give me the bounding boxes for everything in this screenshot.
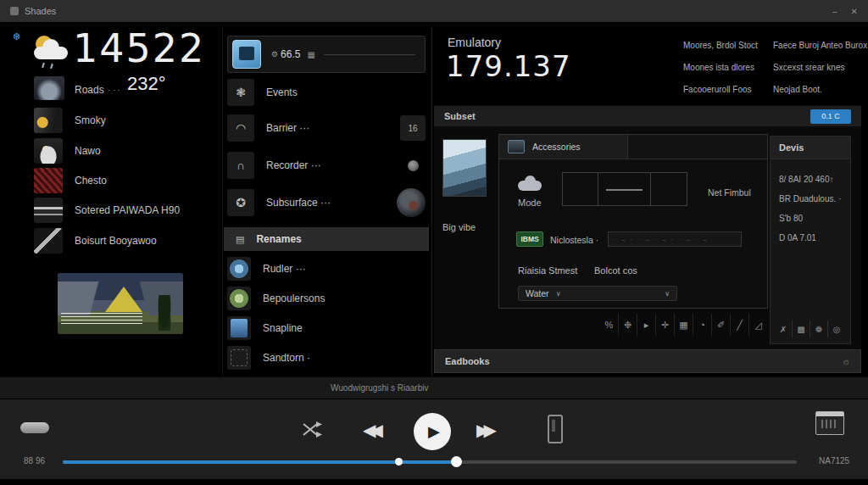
- list-item[interactable]: Smoky: [34, 107, 215, 134]
- field-label: Niclostesla ·: [550, 235, 598, 245]
- water-select[interactable]: Water ∨ ∨: [518, 286, 677, 301]
- details-line: S'b 80: [779, 209, 842, 228]
- eadbooks-header-bar[interactable]: Eadbooks ☼: [434, 349, 861, 373]
- mode-segmented-control[interactable]: [562, 172, 687, 206]
- landscape-photo[interactable]: [58, 273, 183, 334]
- segment-option-selected[interactable]: [598, 173, 650, 205]
- subset-action-button[interactable]: 0.1 C: [810, 109, 851, 124]
- links-grid: Moores, Brdol Stoct Faece Buroj Anteo Bu…: [683, 41, 863, 94]
- snapline-icon: [231, 319, 248, 337]
- list-item-label: Nawo: [75, 145, 101, 157]
- list-item[interactable]: ✪ Subsurface ···: [227, 188, 426, 217]
- text-input[interactable]: · – · · – · – · · – · –: [608, 231, 742, 247]
- segment-option[interactable]: [563, 173, 598, 205]
- mode-label: Mode: [518, 198, 542, 208]
- divider-line: [324, 54, 415, 55]
- list-item-thumbnail: [34, 168, 63, 193]
- selected-item-value: 66.5: [281, 48, 300, 60]
- forward-button[interactable]: ▶▶: [476, 420, 491, 440]
- list-item[interactable]: Nawo: [34, 137, 215, 164]
- list-item[interactable]: Snapline: [227, 315, 426, 341]
- list-icon: ▤: [236, 234, 244, 245]
- list-item-label: Barrier ···: [266, 122, 309, 134]
- window-controls: – ✕: [832, 7, 858, 16]
- chart-button[interactable]: ◿: [748, 314, 767, 336]
- barrier-icon: ◠: [236, 121, 246, 135]
- flower-button[interactable]: ❉: [618, 314, 637, 336]
- list-item-thumbnail: [34, 228, 63, 254]
- list-item[interactable]: Chesto: [34, 167, 215, 194]
- close-button-small[interactable]: ✗: [775, 321, 792, 337]
- rudler-icon: [230, 259, 248, 278]
- link[interactable]: Neojad Boot.: [773, 85, 868, 94]
- pencil-button[interactable]: ✐: [711, 314, 730, 336]
- grid-button-small[interactable]: ▩: [792, 321, 810, 337]
- selected-list-item[interactable]: ⚙ 66.5 ▦: [227, 36, 426, 73]
- clock-value: 14522: [73, 25, 205, 71]
- close-button[interactable]: ✕: [851, 7, 858, 16]
- pill-icon[interactable]: [20, 422, 49, 433]
- big-counter-value: 179.137: [446, 49, 571, 83]
- roads-thumbnail[interactable]: [34, 76, 64, 100]
- status-dot-icon: [408, 160, 419, 171]
- progress-marker[interactable]: [395, 458, 403, 465]
- list-item-thumbnail: [34, 108, 63, 133]
- events-icon: ❃: [236, 86, 246, 99]
- section-header-renames[interactable]: ▤ Renames: [224, 227, 429, 251]
- list-item[interactable]: Rudler ···: [227, 256, 426, 282]
- list-item[interactable]: ❃ Events: [227, 78, 426, 107]
- play-icon: ▶: [428, 422, 440, 441]
- segment-option[interactable]: [651, 173, 687, 205]
- link[interactable]: Faece Buroj Anteo Burox: [773, 41, 868, 50]
- progress-track[interactable]: [63, 460, 797, 464]
- list-item[interactable]: ◠ Barrier ··· 16: [227, 114, 426, 142]
- circle-button-small[interactable]: ◎: [827, 321, 845, 337]
- bluetooth-icon: ❆: [13, 31, 20, 42]
- grid-icon: ▦: [679, 320, 687, 331]
- bottom-edge: [0, 479, 868, 485]
- shuffle-button[interactable]: [302, 421, 322, 438]
- progress-handle[interactable]: [451, 456, 462, 467]
- list-item-label: Sotered PAIWADA H90: [75, 204, 180, 216]
- clock-button[interactable]: ◔: [693, 314, 711, 336]
- list-item[interactable]: ∩ Recorder ···: [227, 151, 426, 180]
- play-icon: ▸: [644, 320, 649, 331]
- app-window: Shades – ✕ ❆ 14522 Roads ··· 232° Smoky …: [0, 0, 868, 485]
- tab-accessories[interactable]: Accessories: [499, 135, 628, 159]
- plus-button[interactable]: ✛: [655, 314, 674, 336]
- link[interactable]: Sxcexst srear knes: [773, 63, 868, 72]
- dialog-body: Mode Net Fimbul IBMS Niclostesla · · – ·…: [499, 159, 767, 308]
- link[interactable]: Facooeruroll Foos: [683, 85, 768, 94]
- eadbooks-title: Eadbooks: [445, 356, 490, 366]
- rewind-button[interactable]: ◀◀: [363, 420, 377, 440]
- grid-button[interactable]: ▦: [674, 314, 693, 336]
- details-panel: Devis 8/ 8AI 20 460↑ BR Duadulous. · S'b…: [770, 136, 851, 344]
- minimize-button[interactable]: –: [832, 7, 837, 16]
- status-bar: Wuodwigrugshi s Riaarbiv: [0, 376, 868, 399]
- play-button-small[interactable]: ▸: [637, 314, 655, 336]
- percent-icon: %: [605, 320, 614, 330]
- flower-icon: ❁: [815, 325, 822, 334]
- tree-art: [158, 295, 171, 331]
- list-item[interactable]: Sotered PAIWADA H90: [34, 197, 215, 224]
- list-item[interactable]: Bepoulersons: [227, 286, 426, 311]
- link[interactable]: Moores, Brdol Stoct: [683, 41, 768, 50]
- list-item[interactable]: Boisurt Booyawoo: [34, 227, 215, 254]
- list-item-thumbnail: [34, 138, 63, 164]
- water-streaks-art: [61, 313, 142, 324]
- queue-icon[interactable]: [548, 415, 563, 443]
- cloud-icon: [34, 47, 68, 59]
- slash-button[interactable]: ╱: [730, 314, 748, 336]
- subset-content-area: Big vibe Accessories Mode Net Fimb: [434, 127, 861, 349]
- display-button[interactable]: [815, 411, 844, 435]
- preview-thumbnail[interactable]: [442, 139, 487, 197]
- list-item[interactable]: Sandtorn ·: [227, 345, 426, 371]
- link[interactable]: Moones ista dlores: [683, 63, 768, 72]
- flower-button-small[interactable]: ❁: [810, 321, 827, 337]
- photo-icon: [508, 140, 525, 153]
- grid-icon: ▦: [307, 50, 314, 59]
- list-item-label: Smoky: [75, 114, 106, 126]
- clock-icon: ◔: [699, 320, 705, 330]
- percent-button[interactable]: %: [600, 314, 618, 336]
- play-button[interactable]: ▶: [414, 413, 451, 450]
